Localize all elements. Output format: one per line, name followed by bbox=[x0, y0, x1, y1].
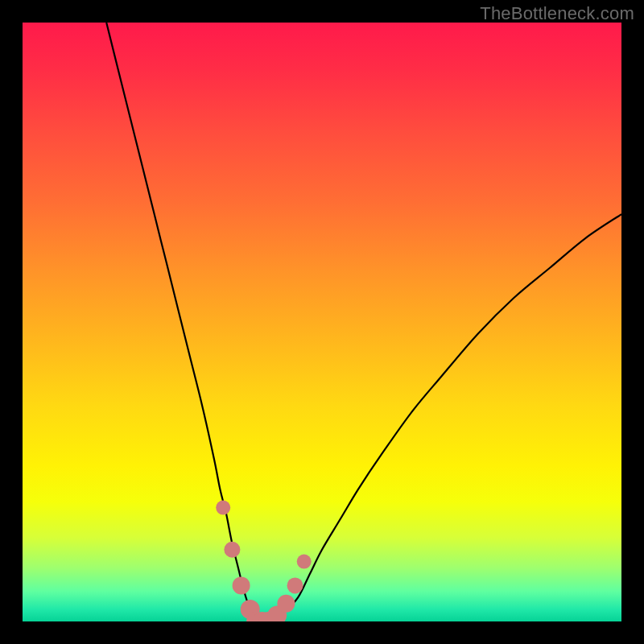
valley-marker bbox=[233, 576, 250, 594]
chart-frame: TheBottleneck.com bbox=[0, 0, 644, 644]
valley-marker bbox=[216, 501, 230, 515]
watermark-text: TheBottleneck.com bbox=[480, 3, 634, 24]
valley-marker bbox=[287, 577, 303, 593]
bottleneck-curve bbox=[106, 23, 621, 621]
valley-marker bbox=[277, 595, 295, 613]
valley-markers bbox=[216, 501, 312, 621]
plot-area bbox=[23, 23, 621, 621]
plot-inner bbox=[23, 23, 621, 621]
curve-layer bbox=[23, 23, 621, 621]
valley-marker bbox=[224, 542, 240, 558]
valley-marker bbox=[297, 555, 312, 569]
